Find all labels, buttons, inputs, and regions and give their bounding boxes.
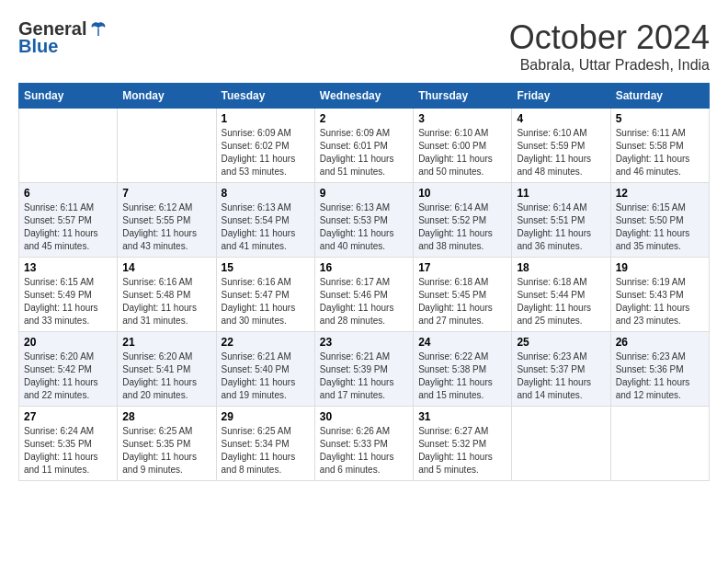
day-info: Sunrise: 6:09 AM Sunset: 6:02 PM Dayligh… xyxy=(222,127,310,178)
weekday-header: Wednesday xyxy=(314,84,413,109)
day-number: 18 xyxy=(517,261,605,274)
day-info: Sunrise: 6:20 AM Sunset: 5:41 PM Dayligh… xyxy=(122,350,210,402)
day-number: 16 xyxy=(320,261,408,274)
calendar-cell: 30Sunrise: 6:26 AM Sunset: 5:33 PM Dayli… xyxy=(314,407,413,481)
calendar-cell: 29Sunrise: 6:25 AM Sunset: 5:34 PM Dayli… xyxy=(216,407,314,481)
day-info: Sunrise: 6:11 AM Sunset: 5:58 PM Dayligh… xyxy=(616,127,704,178)
day-info: Sunrise: 6:18 AM Sunset: 5:45 PM Dayligh… xyxy=(418,276,506,327)
calendar-cell: 2Sunrise: 6:09 AM Sunset: 6:01 PM Daylig… xyxy=(314,109,413,183)
day-info: Sunrise: 6:10 AM Sunset: 5:59 PM Dayligh… xyxy=(517,127,605,178)
calendar-cell: 24Sunrise: 6:22 AM Sunset: 5:38 PM Dayli… xyxy=(414,332,512,407)
calendar-cell: 14Sunrise: 6:16 AM Sunset: 5:48 PM Dayli… xyxy=(118,258,216,332)
calendar-cell xyxy=(512,407,610,481)
day-info: Sunrise: 6:27 AM Sunset: 5:32 PM Dayligh… xyxy=(418,425,506,477)
calendar-cell: 4Sunrise: 6:10 AM Sunset: 5:59 PM Daylig… xyxy=(512,109,610,183)
day-number: 7 xyxy=(122,187,210,200)
calendar-cell: 21Sunrise: 6:20 AM Sunset: 5:41 PM Dayli… xyxy=(118,332,216,407)
day-number: 13 xyxy=(24,261,112,274)
calendar-cell xyxy=(19,109,118,183)
day-number: 1 xyxy=(222,112,310,125)
calendar-cell: 31Sunrise: 6:27 AM Sunset: 5:32 PM Dayli… xyxy=(414,407,512,481)
calendar-table: SundayMondayTuesdayWednesdayThursdayFrid… xyxy=(18,83,710,481)
day-number: 26 xyxy=(616,336,704,349)
day-info: Sunrise: 6:11 AM Sunset: 5:57 PM Dayligh… xyxy=(24,201,112,253)
logo: General Blue xyxy=(18,18,108,57)
weekday-header: Saturday xyxy=(610,84,709,109)
day-number: 6 xyxy=(24,187,112,200)
calendar-week-row: 13Sunrise: 6:15 AM Sunset: 5:49 PM Dayli… xyxy=(19,258,710,332)
calendar-cell: 20Sunrise: 6:20 AM Sunset: 5:42 PM Dayli… xyxy=(19,332,118,407)
day-info: Sunrise: 6:25 AM Sunset: 5:34 PM Dayligh… xyxy=(222,425,310,477)
calendar-week-row: 6Sunrise: 6:11 AM Sunset: 5:57 PM Daylig… xyxy=(19,183,710,258)
calendar-week-row: 1Sunrise: 6:09 AM Sunset: 6:02 PM Daylig… xyxy=(19,109,710,183)
day-info: Sunrise: 6:21 AM Sunset: 5:40 PM Dayligh… xyxy=(222,350,310,402)
day-number: 2 xyxy=(320,112,408,125)
day-info: Sunrise: 6:16 AM Sunset: 5:47 PM Dayligh… xyxy=(222,276,310,327)
day-number: 28 xyxy=(122,410,210,423)
day-number: 21 xyxy=(122,336,210,349)
calendar-week-row: 20Sunrise: 6:20 AM Sunset: 5:42 PM Dayli… xyxy=(19,332,710,407)
header-row: SundayMondayTuesdayWednesdayThursdayFrid… xyxy=(19,84,710,109)
day-info: Sunrise: 6:13 AM Sunset: 5:54 PM Dayligh… xyxy=(222,201,310,253)
weekday-header: Sunday xyxy=(19,84,118,109)
day-info: Sunrise: 6:17 AM Sunset: 5:46 PM Dayligh… xyxy=(320,276,408,327)
day-number: 9 xyxy=(320,187,408,200)
day-number: 17 xyxy=(418,261,506,274)
calendar-cell: 11Sunrise: 6:14 AM Sunset: 5:51 PM Dayli… xyxy=(512,183,610,258)
day-number: 5 xyxy=(616,112,704,125)
day-number: 11 xyxy=(517,187,605,200)
day-number: 14 xyxy=(122,261,210,274)
calendar-cell: 23Sunrise: 6:21 AM Sunset: 5:39 PM Dayli… xyxy=(314,332,413,407)
month-title: October 2024 xyxy=(509,18,710,57)
day-info: Sunrise: 6:23 AM Sunset: 5:37 PM Dayligh… xyxy=(517,350,605,402)
page-header: General Blue October 2024 Babrala, Uttar… xyxy=(18,18,710,74)
day-number: 15 xyxy=(222,261,310,274)
calendar-cell: 10Sunrise: 6:14 AM Sunset: 5:52 PM Dayli… xyxy=(414,183,512,258)
weekday-header: Friday xyxy=(512,84,610,109)
day-info: Sunrise: 6:26 AM Sunset: 5:33 PM Dayligh… xyxy=(320,425,408,477)
weekday-header: Thursday xyxy=(414,84,512,109)
weekday-header: Tuesday xyxy=(216,84,314,109)
calendar-cell: 15Sunrise: 6:16 AM Sunset: 5:47 PM Dayli… xyxy=(216,258,314,332)
day-info: Sunrise: 6:10 AM Sunset: 6:00 PM Dayligh… xyxy=(418,127,506,178)
calendar-cell: 28Sunrise: 6:25 AM Sunset: 5:35 PM Dayli… xyxy=(118,407,216,481)
title-section: October 2024 Babrala, Uttar Pradesh, Ind… xyxy=(509,18,710,74)
calendar-cell: 26Sunrise: 6:23 AM Sunset: 5:36 PM Dayli… xyxy=(610,332,709,407)
day-info: Sunrise: 6:14 AM Sunset: 5:51 PM Dayligh… xyxy=(517,201,605,253)
day-number: 3 xyxy=(418,112,506,125)
day-info: Sunrise: 6:18 AM Sunset: 5:44 PM Dayligh… xyxy=(517,276,605,327)
calendar-cell: 9Sunrise: 6:13 AM Sunset: 5:53 PM Daylig… xyxy=(314,183,413,258)
day-info: Sunrise: 6:15 AM Sunset: 5:50 PM Dayligh… xyxy=(616,201,704,253)
day-info: Sunrise: 6:09 AM Sunset: 6:01 PM Dayligh… xyxy=(320,127,408,178)
day-number: 30 xyxy=(320,410,408,423)
day-info: Sunrise: 6:20 AM Sunset: 5:42 PM Dayligh… xyxy=(24,350,112,402)
day-number: 24 xyxy=(418,336,506,349)
day-info: Sunrise: 6:13 AM Sunset: 5:53 PM Dayligh… xyxy=(320,201,408,253)
day-info: Sunrise: 6:23 AM Sunset: 5:36 PM Dayligh… xyxy=(616,350,704,402)
logo-bird-icon xyxy=(88,19,108,40)
calendar-cell: 8Sunrise: 6:13 AM Sunset: 5:54 PM Daylig… xyxy=(216,183,314,258)
calendar-cell: 12Sunrise: 6:15 AM Sunset: 5:50 PM Dayli… xyxy=(610,183,709,258)
day-number: 29 xyxy=(222,410,310,423)
weekday-header: Monday xyxy=(118,84,216,109)
day-number: 8 xyxy=(222,187,310,200)
location-title: Babrala, Uttar Pradesh, India xyxy=(509,57,710,74)
day-info: Sunrise: 6:16 AM Sunset: 5:48 PM Dayligh… xyxy=(122,276,210,327)
day-number: 19 xyxy=(616,261,704,274)
calendar-week-row: 27Sunrise: 6:24 AM Sunset: 5:35 PM Dayli… xyxy=(19,407,710,481)
day-info: Sunrise: 6:24 AM Sunset: 5:35 PM Dayligh… xyxy=(24,425,112,477)
calendar-cell: 13Sunrise: 6:15 AM Sunset: 5:49 PM Dayli… xyxy=(19,258,118,332)
day-info: Sunrise: 6:25 AM Sunset: 5:35 PM Dayligh… xyxy=(122,425,210,477)
calendar-cell: 16Sunrise: 6:17 AM Sunset: 5:46 PM Dayli… xyxy=(314,258,413,332)
day-info: Sunrise: 6:15 AM Sunset: 5:49 PM Dayligh… xyxy=(24,276,112,327)
calendar-cell: 18Sunrise: 6:18 AM Sunset: 5:44 PM Dayli… xyxy=(512,258,610,332)
calendar-cell: 7Sunrise: 6:12 AM Sunset: 5:55 PM Daylig… xyxy=(118,183,216,258)
day-number: 10 xyxy=(418,187,506,200)
calendar-cell: 27Sunrise: 6:24 AM Sunset: 5:35 PM Dayli… xyxy=(19,407,118,481)
day-info: Sunrise: 6:14 AM Sunset: 5:52 PM Dayligh… xyxy=(418,201,506,253)
day-info: Sunrise: 6:21 AM Sunset: 5:39 PM Dayligh… xyxy=(320,350,408,402)
calendar-cell: 22Sunrise: 6:21 AM Sunset: 5:40 PM Dayli… xyxy=(216,332,314,407)
calendar-cell: 6Sunrise: 6:11 AM Sunset: 5:57 PM Daylig… xyxy=(19,183,118,258)
day-number: 20 xyxy=(24,336,112,349)
day-number: 25 xyxy=(517,336,605,349)
